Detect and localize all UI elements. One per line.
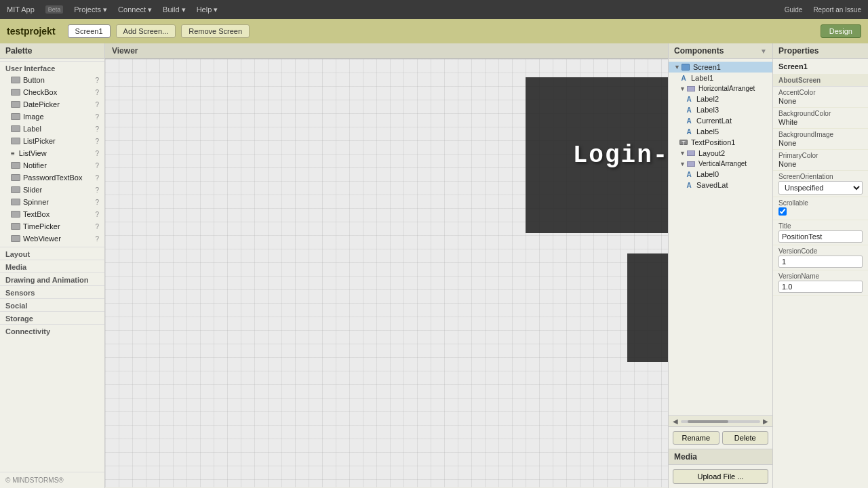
tree-item-label5[interactable]: A Label5	[669, 126, 772, 137]
help-icon-spinner[interactable]: ?	[95, 199, 99, 206]
palette-item-listview[interactable]: ≡ListView ?	[0, 147, 104, 159]
prop-version-code: VersionCode	[773, 245, 868, 270]
version-code-input[interactable]	[778, 256, 863, 268]
section-title-layout: Layout	[0, 247, 104, 260]
section-title-media: Media	[0, 260, 104, 272]
properties-title: Properties	[773, 43, 868, 59]
palette-item-passwordtextbox[interactable]: PasswordTextBox ?	[0, 171, 104, 184]
palette-item-checkbox[interactable]: CheckBox ?	[0, 86, 104, 98]
tree-item-label1[interactable]: A Label1	[669, 73, 772, 83]
palette-item-label[interactable]: Label ?	[0, 123, 104, 135]
help-icon-button[interactable]: ?	[95, 77, 99, 84]
viewer-title: Viewer	[105, 43, 668, 59]
help-icon-passwordtextbox[interactable]: ?	[95, 174, 99, 182]
section-title-storage: Storage	[0, 311, 104, 324]
components-title: Components ▼	[669, 43, 772, 59]
nav-report-issue[interactable]: Report an Issue	[813, 6, 861, 14]
version-name-input[interactable]	[778, 281, 863, 293]
nav-connect[interactable]: Connect ▾	[118, 5, 152, 14]
upload-file-button[interactable]: Upload File ...	[673, 469, 768, 484]
help-icon-checkbox[interactable]: ?	[95, 89, 99, 96]
properties-panel: Properties Screen1 AboutScreen AccentCol…	[773, 43, 868, 488]
palette-item-button[interactable]: Button ?	[0, 74, 104, 86]
media-title: Media	[669, 449, 772, 465]
right-panels: Components ▼ ▼ Screen1 A Label1 ▼ Horizo…	[668, 43, 868, 488]
palette-item-webviewer[interactable]: WebViewer ?	[0, 232, 104, 245]
prop-screen1-name: Screen1	[773, 59, 868, 75]
layout-icon	[687, 86, 695, 92]
nav-projects[interactable]: Projects ▾	[74, 5, 107, 14]
textbox-icon: T	[679, 140, 688, 145]
components-tree: ▼ Screen1 A Label1 ▼ HorizontalArranget …	[669, 59, 772, 415]
help-icon-image[interactable]: ?	[95, 113, 99, 121]
tree-item-layout2[interactable]: ▼ Layout2	[669, 148, 772, 159]
tree-item-vert-arr[interactable]: ▼ VerticalArranget	[669, 159, 772, 169]
scroll-right-arrow[interactable]: ▶	[762, 418, 770, 425]
prop-about-screen-label: AboutScreen	[773, 75, 868, 87]
prop-background-image: BackgroundImage None	[773, 129, 868, 150]
help-icon-slider[interactable]: ?	[95, 186, 99, 194]
label-icon-2: A	[685, 96, 693, 103]
help-icon-listview[interactable]: ?	[95, 150, 99, 157]
section-title-sensors: Sensors	[0, 285, 104, 298]
title-input[interactable]	[778, 230, 863, 243]
layout-icon-2	[687, 150, 695, 156]
label-icon-3: A	[685, 106, 693, 114]
help-icon-listpicker[interactable]: ?	[95, 138, 99, 145]
label-icon-sl: A	[685, 182, 693, 189]
scrollable-checkbox[interactable]	[778, 207, 787, 216]
layout-icon-3	[687, 161, 695, 167]
prop-title: Title	[773, 220, 868, 245]
palette-item-datepicker[interactable]: DatePicker ?	[0, 98, 104, 110]
rename-button[interactable]: Rename	[673, 431, 719, 445]
prop-version-name: VersionName	[773, 270, 868, 296]
palette-item-slider[interactable]: Slider ?	[0, 184, 104, 196]
main-layout: Palette User Interface Button ? CheckBox…	[0, 43, 868, 488]
help-icon-textbox[interactable]: ?	[95, 211, 99, 218]
design-button[interactable]: Design	[821, 24, 861, 38]
project-bar: testprojekt Screen1 Add Screen... Remove…	[0, 19, 868, 43]
screen-orientation-dropdown[interactable]: Unspecified Portrait Landscape	[778, 181, 863, 195]
tree-item-label2[interactable]: A Label2	[669, 94, 772, 104]
palette-item-listpicker[interactable]: ListPicker ?	[0, 135, 104, 147]
add-screen-button[interactable]: Add Screen...	[116, 24, 176, 38]
palette-item-notifier[interactable]: Notifier ?	[0, 159, 104, 171]
prop-screen-orientation: ScreenOrientation Unspecified Portrait L…	[773, 171, 868, 197]
palette-item-image[interactable]: Image ?	[0, 110, 104, 123]
palette-title: Palette	[0, 43, 104, 59]
delete-button[interactable]: Delete	[722, 431, 769, 445]
nav-help[interactable]: Help ▾	[197, 5, 218, 14]
help-icon-notifier[interactable]: ?	[95, 162, 99, 169]
remove-screen-button[interactable]: Remove Screen	[181, 24, 250, 38]
nav-build[interactable]: Build ▾	[163, 5, 186, 14]
help-icon-label[interactable]: ?	[95, 125, 99, 133]
tree-item-savedlat[interactable]: A SavedLat	[669, 180, 772, 190]
palette-item-textbox[interactable]: TextBox ?	[0, 208, 104, 220]
scroll-left-arrow[interactable]: ◀	[671, 418, 679, 425]
tree-item-currentlat[interactable]: A CurrentLat	[669, 115, 772, 126]
folge2-overlay: Folge 2	[627, 253, 668, 362]
help-icon-webviewer[interactable]: ?	[95, 235, 99, 243]
label-icon-5: A	[685, 128, 693, 136]
prop-accent-color: AccentColor None	[773, 87, 868, 108]
palette-item-spinner[interactable]: Spinner ?	[0, 196, 104, 208]
section-title-drawing: Drawing and Animation	[0, 272, 104, 285]
viewer-canvas[interactable]: Login-Formular Folge 2	[105, 59, 668, 487]
section-title-ui: User Interface	[0, 61, 104, 74]
prop-background-color: BackgroundColor White	[773, 108, 868, 129]
screen-icon	[682, 64, 690, 70]
help-icon-datepicker[interactable]: ?	[95, 101, 99, 108]
screen1-button[interactable]: Screen1	[68, 24, 111, 38]
nav-guide[interactable]: Guide	[785, 6, 803, 14]
tree-item-screen1[interactable]: ▼ Screen1	[669, 62, 772, 73]
tree-item-label3[interactable]: A Label3	[669, 104, 772, 115]
palette-item-timepicker[interactable]: TimePicker ?	[0, 220, 104, 232]
help-icon-timepicker[interactable]: ?	[95, 223, 99, 230]
tree-item-horiz-arr[interactable]: ▼ HorizontalArranget	[669, 83, 772, 94]
palette-footer: © MINDSTORMS®	[0, 472, 104, 488]
section-title-connectivity: Connectivity	[0, 324, 104, 337]
palette-panel: Palette User Interface Button ? CheckBox…	[0, 43, 105, 488]
tree-item-textpos[interactable]: T TextPosition1	[669, 137, 772, 148]
section-title-social: Social	[0, 298, 104, 311]
tree-item-label0[interactable]: A Label0	[669, 169, 772, 180]
